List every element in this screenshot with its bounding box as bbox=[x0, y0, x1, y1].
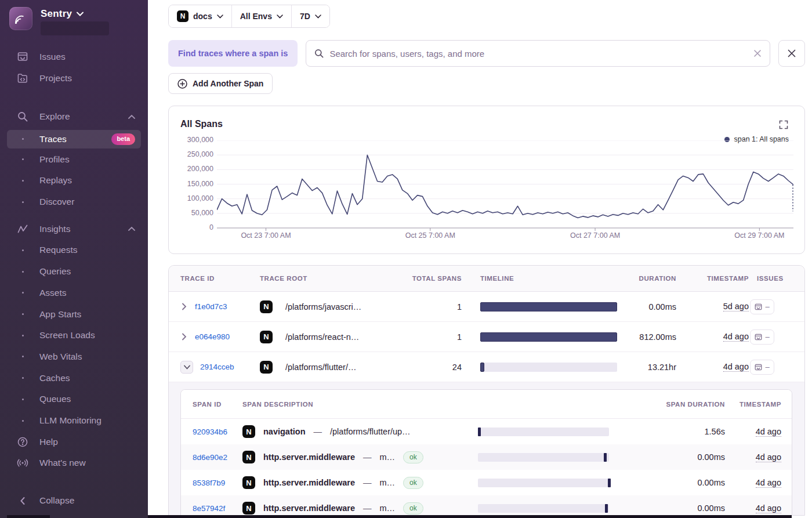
find-traces-chip: Find traces where a span is bbox=[168, 40, 298, 67]
span-timeline-track bbox=[478, 453, 609, 462]
nextjs-platform-icon: N bbox=[242, 476, 255, 489]
col-span-description: SPAN DESCRIPTION bbox=[242, 401, 471, 408]
bullet-dot bbox=[16, 313, 29, 315]
trace-id-link[interactable]: e064e980 bbox=[195, 332, 230, 341]
span-row: 920934b6 N navigation — /platforms/flutt… bbox=[181, 419, 792, 444]
close-icon bbox=[753, 49, 762, 57]
sidebar-item-projects[interactable]: Projects bbox=[7, 70, 141, 86]
span-timestamp-value[interactable]: 4d ago bbox=[756, 452, 781, 462]
span-duration-value: 1.56s bbox=[616, 427, 725, 436]
span-timestamp-value[interactable]: 4d ago bbox=[756, 478, 781, 488]
sidebar-item-queues[interactable]: Queues bbox=[7, 392, 141, 408]
y-axis-tick: 100,000 bbox=[169, 194, 213, 202]
timeline-cell bbox=[462, 302, 617, 311]
bullet-dot bbox=[16, 356, 29, 357]
org-switcher[interactable]: Sentry bbox=[41, 7, 109, 35]
sidebar-item-web-vitals[interactable]: Web Vitals bbox=[7, 349, 141, 365]
span-timestamp-value[interactable]: 4d ago bbox=[756, 427, 781, 437]
span-id-link[interactable]: 920934b6 bbox=[193, 428, 242, 436]
project-filter[interactable]: N docs bbox=[169, 5, 231, 27]
issues-icon bbox=[16, 52, 29, 61]
issues-button[interactable]: – bbox=[750, 299, 774, 314]
sidebar-item-label: LLM Monitoring bbox=[39, 415, 102, 426]
trace-id-link[interactable]: f1e0d7c3 bbox=[195, 302, 227, 311]
sidebar-item-label: Queries bbox=[39, 266, 71, 277]
search-box[interactable] bbox=[306, 40, 770, 67]
clipped-text-fragment bbox=[7, 515, 50, 518]
sidebar-item-app-starts[interactable]: App Starts bbox=[7, 306, 141, 323]
trace-id-link[interactable]: 2914cceb bbox=[200, 363, 234, 371]
sidebar-item-llm-monitoring[interactable]: LLM Monitoring bbox=[7, 412, 141, 429]
table-row: f1e0d7c3 N /platforms/javascri… 1 0.00ms… bbox=[169, 292, 804, 322]
sidebar-item-requests[interactable]: Requests bbox=[7, 242, 141, 259]
sentry-logo[interactable] bbox=[9, 7, 32, 30]
sidebar-item-discover[interactable]: Discover bbox=[7, 194, 141, 210]
timeline-bar bbox=[480, 302, 617, 311]
sidebar-item-whats-new[interactable]: What's new bbox=[7, 455, 141, 472]
sidebar-item-queries[interactable]: Queries bbox=[7, 263, 141, 280]
sidebar-item-assets[interactable]: Assets bbox=[7, 285, 141, 301]
spans-line-chart[interactable] bbox=[217, 140, 793, 232]
timestamp-value[interactable]: 4d ago bbox=[723, 332, 749, 342]
span-id-link[interactable]: 8d6e90e2 bbox=[193, 453, 242, 462]
chevron-up-icon bbox=[128, 227, 135, 231]
sidebar-item-replays[interactable]: Replays bbox=[7, 172, 141, 189]
sidebar-item-label: What's new bbox=[39, 458, 86, 468]
table-row-expanded: 2914cceb N /platforms/flutter/… 24 13.21… bbox=[169, 352, 804, 382]
sidebar-item-issues[interactable]: Issues bbox=[7, 49, 141, 65]
search-input[interactable] bbox=[329, 49, 748, 59]
x-axis-tick: Oct 29 7:00 AM bbox=[734, 231, 784, 240]
trace-root-path: /platforms/flutter/… bbox=[285, 363, 356, 372]
bullet-dot bbox=[16, 399, 29, 400]
sidebar-item-caches[interactable]: Caches bbox=[7, 370, 141, 386]
clear-search-button[interactable] bbox=[753, 49, 762, 57]
collapse-row-button[interactable] bbox=[180, 361, 193, 374]
y-axis-tick: 50,000 bbox=[169, 209, 213, 217]
y-axis-tick: 0 bbox=[169, 223, 213, 231]
sidebar-item-label: Profiles bbox=[39, 154, 70, 165]
sidebar-item-profiles[interactable]: Profiles bbox=[7, 151, 141, 168]
environment-filter[interactable]: All Envs bbox=[231, 5, 291, 27]
span-status-badge: ok bbox=[403, 477, 423, 489]
col-duration: DURATION bbox=[617, 275, 676, 282]
chevron-right-icon bbox=[182, 333, 187, 340]
nextjs-platform-icon: N bbox=[260, 300, 273, 313]
issues-icon bbox=[755, 303, 762, 310]
issues-icon bbox=[755, 364, 762, 371]
sidebar-item-screen-loads[interactable]: Screen Loads bbox=[7, 327, 141, 343]
bullet-dot bbox=[16, 138, 29, 140]
expand-row-button[interactable] bbox=[180, 302, 188, 311]
add-another-span-label: Add Another Span bbox=[193, 79, 263, 88]
sidebar-item-help[interactable]: Help bbox=[7, 434, 141, 450]
trace-root-path: /platforms/react-n… bbox=[285, 332, 359, 342]
span-timeline-tick bbox=[605, 504, 608, 513]
span-id-link[interactable]: 8538f7b9 bbox=[193, 479, 242, 487]
span-status-badge: ok bbox=[403, 502, 423, 515]
col-span-timestamp: TIMESTAMP bbox=[725, 401, 781, 408]
span-timeline-track bbox=[478, 479, 609, 487]
y-axis-tick: 250,000 bbox=[169, 150, 213, 158]
sidebar-section-insights[interactable]: Insights bbox=[7, 221, 141, 237]
sidebar-item-label: Projects bbox=[39, 73, 72, 84]
span-timeline-tick bbox=[478, 428, 481, 436]
date-range-filter[interactable]: 7D bbox=[291, 5, 329, 27]
bullet-dot bbox=[16, 292, 29, 294]
remove-span-filter-button[interactable] bbox=[778, 40, 805, 67]
sidebar-item-traces[interactable]: Traces beta bbox=[7, 130, 141, 148]
span-timestamp-value[interactable]: 4d ago bbox=[756, 503, 781, 513]
issues-button[interactable]: – bbox=[750, 360, 774, 375]
timestamp-value[interactable]: 4d ago bbox=[723, 362, 749, 372]
org-header: Sentry bbox=[7, 7, 141, 32]
span-id-link[interactable]: 8e57942f bbox=[193, 504, 242, 513]
span-timeline-track bbox=[478, 504, 609, 513]
expand-row-button[interactable] bbox=[180, 332, 188, 342]
issues-button[interactable]: – bbox=[750, 329, 774, 345]
timeline-cell bbox=[462, 332, 617, 342]
timestamp-value[interactable]: 5d ago bbox=[723, 302, 749, 311]
col-timeline: TIMELINE bbox=[462, 275, 617, 282]
add-another-span-button[interactable]: Add Another Span bbox=[168, 73, 273, 94]
fullscreen-icon[interactable] bbox=[779, 120, 788, 129]
sidebar-collapse-button[interactable]: Collapse bbox=[7, 492, 141, 509]
sidebar-section-explore[interactable]: Explore bbox=[7, 108, 141, 125]
col-trace-root: TRACE ROOT bbox=[260, 275, 404, 282]
